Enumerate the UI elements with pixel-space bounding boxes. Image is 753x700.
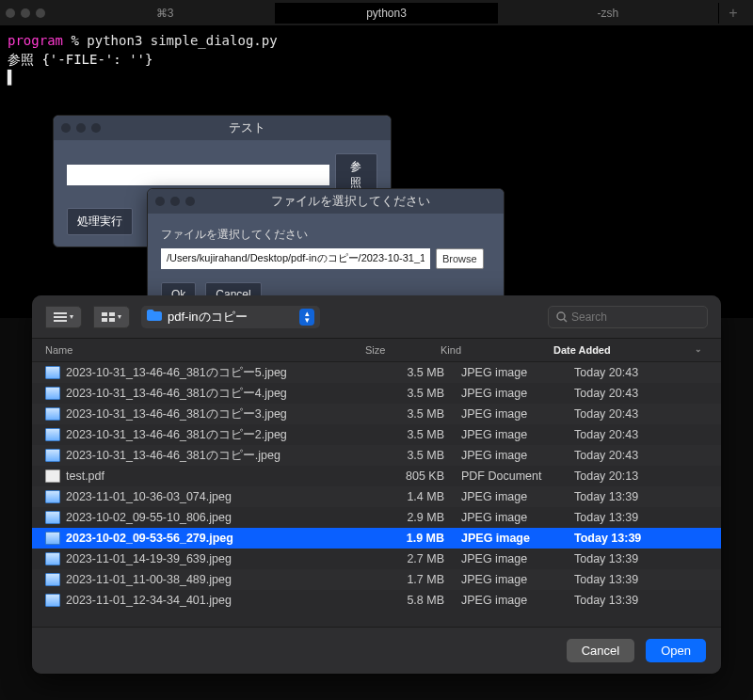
file-kind: JPEG image: [461, 366, 574, 379]
file-date: Today 13:39: [574, 552, 708, 565]
file-icon: [45, 366, 60, 379]
search-field[interactable]: [548, 306, 708, 328]
file-name: 2023-11-01_11-00-38_489.jpeg: [66, 573, 386, 586]
file-icon: [45, 532, 60, 545]
dialog-test-titlebar[interactable]: テスト: [54, 116, 391, 140]
dialog-filechooser-titlebar[interactable]: ファイルを選択してください: [148, 189, 504, 214]
file-size: 2.7 MB: [386, 552, 461, 565]
file-row[interactable]: 2023-10-31_13-46-46_381のコピー5.jpeg3.5 MBJ…: [32, 362, 721, 383]
tab-0[interactable]: ⌘3: [55, 3, 276, 24]
file-date: Today 13:39: [574, 490, 708, 503]
file-date: Today 13:39: [574, 532, 708, 545]
file-name: 2023-10-31_13-46-46_381のコピー.jpeg: [66, 448, 386, 464]
file-size: 5.8 MB: [386, 594, 461, 607]
folder-popup[interactable]: pdf-inのコピー ▴▾: [141, 306, 320, 328]
file-row[interactable]: 2023-10-31_13-46-46_381のコピー3.jpeg3.5 MBJ…: [32, 404, 721, 424]
finder-open-button[interactable]: Open: [646, 639, 706, 662]
file-row[interactable]: 2023-11-01_14-19-39_639.jpeg2.7 MBJPEG i…: [32, 549, 721, 569]
file-date: Today 20:43: [574, 387, 708, 400]
file-kind: JPEG image: [461, 428, 574, 441]
finder-cancel-button[interactable]: Cancel: [567, 639, 634, 662]
file-name: 2023-11-01_12-34-34_401.jpeg: [66, 594, 386, 607]
svg-rect-6: [109, 318, 115, 322]
file-row[interactable]: 2023-11-01_12-34-34_401.jpeg5.8 MBJPEG i…: [32, 590, 721, 611]
run-button[interactable]: 処理実行: [67, 208, 133, 235]
zoom-icon[interactable]: [36, 8, 45, 18]
list-view-icon[interactable]: ▾: [45, 306, 82, 328]
file-icon: [45, 511, 60, 524]
file-name: 2023-10-31_13-46-46_381のコピー2.jpeg: [66, 427, 386, 443]
minimize-icon[interactable]: [21, 8, 30, 18]
file-row[interactable]: 2023-10-02_09-53-56_279.jpeg1.9 MBJPEG i…: [32, 528, 721, 549]
updown-arrows-icon: ▴▾: [299, 309, 314, 326]
terminal-output[interactable]: program % python3 simple_dialog.py 参照 {'…: [0, 26, 753, 318]
file-size: 1.4 MB: [386, 490, 461, 503]
svg-rect-3: [102, 312, 107, 316]
file-size: 2.9 MB: [386, 511, 461, 524]
file-icon: [45, 387, 60, 400]
chevron-down-icon: ▾: [70, 312, 73, 321]
shell-cursor: ▌: [8, 69, 745, 88]
file-row[interactable]: 2023-10-31_13-46-46_381のコピー2.jpeg3.5 MBJ…: [32, 424, 721, 445]
file-size: 3.5 MB: [386, 428, 461, 441]
icon-grid-icon[interactable]: ▾: [93, 306, 130, 328]
shell-prompt: program: [8, 33, 63, 48]
dialog-test-traffic[interactable]: [61, 123, 101, 133]
file-size: 1.7 MB: [386, 573, 461, 586]
file-kind: PDF Document: [461, 469, 574, 483]
finder-file-list[interactable]: 2023-10-31_13-46-46_381のコピー5.jpeg3.5 MBJ…: [32, 362, 721, 627]
shell-command: python3 simple_dialog.py: [87, 33, 277, 48]
file-name: 2023-10-31_13-46-46_381のコピー3.jpeg: [66, 406, 386, 422]
tab-python3[interactable]: python3: [276, 3, 497, 24]
file-row[interactable]: 2023-11-01_11-00-38_489.jpeg1.7 MBJPEG i…: [32, 569, 721, 590]
folder-icon: [147, 310, 162, 324]
group-segment[interactable]: ▾: [93, 306, 130, 328]
file-kind: JPEG image: [461, 449, 574, 462]
filechooser-browse-button[interactable]: Browse: [436, 248, 484, 269]
column-date[interactable]: Date Added⌄: [553, 344, 708, 356]
file-date: Today 20:43: [574, 366, 708, 379]
file-kind: JPEG image: [461, 511, 574, 524]
file-date: Today 20:43: [574, 407, 708, 421]
view-mode-segment[interactable]: ▾: [45, 306, 82, 328]
file-row[interactable]: test.pdf805 KBPDF DocumentToday 20:13: [32, 466, 721, 486]
file-size: 1.9 MB: [386, 532, 461, 545]
file-kind: JPEG image: [461, 387, 574, 400]
filechooser-path-input[interactable]: [161, 248, 430, 269]
finder-toolbar: ▾ ▾ pdf-inのコピー ▴▾: [32, 295, 721, 339]
file-size: 3.5 MB: [386, 449, 461, 462]
window-traffic-lights[interactable]: [6, 8, 45, 18]
file-size: 3.5 MB: [386, 387, 461, 400]
file-path-input[interactable]: [67, 165, 329, 185]
column-kind[interactable]: Kind: [441, 344, 553, 356]
file-icon: [45, 469, 60, 483]
file-name: 2023-10-02_09-53-56_279.jpeg: [66, 532, 386, 545]
column-size[interactable]: Size: [365, 344, 441, 356]
file-row[interactable]: 2023-11-01_10-36-03_074.jpeg1.4 MBJPEG i…: [32, 486, 721, 507]
svg-point-7: [557, 312, 565, 320]
file-icon: [45, 407, 60, 421]
file-icon: [45, 449, 60, 462]
file-row[interactable]: 2023-10-31_13-46-46_381のコピー.jpeg3.5 MBJP…: [32, 445, 721, 466]
tab-zsh[interactable]: -zsh: [498, 3, 719, 24]
file-name: 2023-11-01_14-19-39_639.jpeg: [66, 552, 386, 565]
file-icon: [45, 573, 60, 586]
search-input[interactable]: [571, 310, 684, 324]
finder-column-header[interactable]: Name Size Kind Date Added⌄: [32, 339, 721, 362]
file-date: Today 13:39: [574, 511, 708, 524]
close-icon[interactable]: [6, 8, 15, 18]
dialog-filechooser-traffic[interactable]: [155, 197, 195, 206]
finder-footer: Cancel Open: [32, 627, 721, 674]
filechooser-prompt: ファイルを選択してください: [161, 227, 490, 243]
file-date: Today 20:43: [574, 428, 708, 441]
file-size: 3.5 MB: [386, 366, 461, 379]
column-name[interactable]: Name: [45, 344, 365, 356]
file-kind: JPEG image: [461, 532, 574, 545]
svg-rect-2: [54, 320, 67, 322]
file-row[interactable]: 2023-10-02_09-55-10_806.jpeg2.9 MBJPEG i…: [32, 507, 721, 528]
file-row[interactable]: 2023-10-31_13-46-46_381のコピー4.jpeg3.5 MBJ…: [32, 383, 721, 404]
file-name: 2023-10-02_09-55-10_806.jpeg: [66, 511, 386, 524]
tab-add-button[interactable]: +: [719, 5, 747, 22]
file-name: 2023-10-31_13-46-46_381のコピー5.jpeg: [66, 365, 386, 381]
file-date: Today 13:39: [574, 594, 708, 607]
